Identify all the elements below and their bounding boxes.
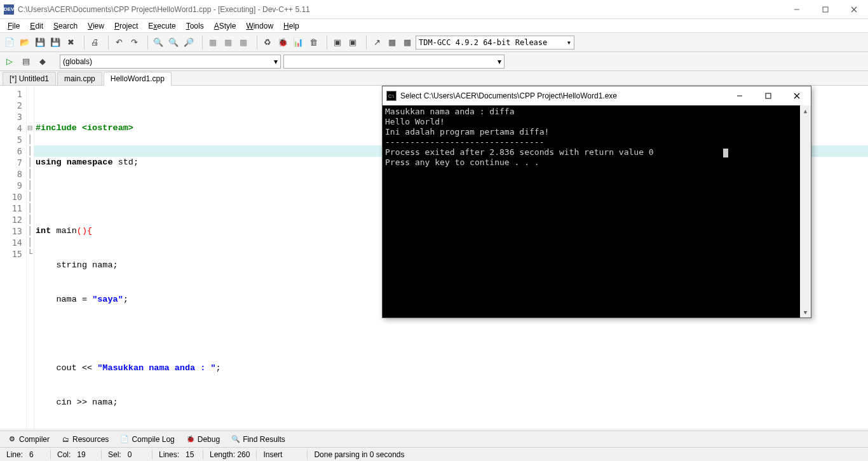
code-token: using — [36, 157, 62, 167]
status-length: Length: 260 — [203, 450, 257, 459]
open-icon[interactable]: 📂 — [18, 36, 32, 50]
menu-astyle[interactable]: AStyle — [209, 20, 241, 32]
status-bar: Line: 6 Col: 19 Sel: 0 Lines: 15 Length:… — [0, 447, 868, 461]
svg-rect-6 — [766, 93, 771, 98]
globals-select[interactable]: (globals) ▾ — [60, 55, 281, 69]
compile-icon[interactable]: ▦ — [206, 36, 220, 50]
tab-helloword1-cpp[interactable]: HelloWord1.cpp — [104, 72, 172, 86]
status-lines: Lines: 15 — [153, 450, 203, 459]
fold-toggle-icon[interactable]: ⊟ — [27, 123, 34, 134]
code-token: "Masukkan nama anda : " — [97, 363, 215, 373]
code-token: #include — [36, 123, 77, 133]
code-token: () — [77, 226, 87, 236]
chevron-down-icon: ▾ — [498, 57, 501, 66]
menu-view[interactable]: View — [83, 20, 109, 32]
window-title: C:\Users\ACER\Documents\CPP Project\Hell… — [18, 5, 782, 14]
save-all-icon[interactable]: 💾 — [48, 36, 62, 50]
separator — [144, 36, 148, 50]
minimize-button[interactable] — [782, 0, 811, 19]
find-icon[interactable]: 🔍 — [151, 36, 165, 50]
console-maximize-button[interactable] — [754, 86, 782, 105]
code-token: main — [56, 226, 76, 236]
console-titlebar[interactable]: C:\ Select C:\Users\ACER\Documents\CPP P… — [383, 86, 811, 105]
compiler-select[interactable]: TDM-GCC 4.9.2 64-bit Release ▾ — [416, 36, 574, 50]
menu-edit[interactable]: Edit — [25, 20, 48, 32]
clean-icon[interactable]: 🗑 — [306, 36, 320, 50]
tool-icon[interactable]: ▦ — [400, 36, 414, 50]
console-close-button[interactable] — [782, 86, 811, 105]
code-token: cout << — [56, 363, 97, 373]
menu-bar: File Edit Search View Project Execute To… — [0, 19, 868, 33]
code-token: { — [87, 226, 92, 236]
tool-icon[interactable]: ▣ — [330, 36, 344, 50]
console-line: Hello World! — [385, 117, 808, 127]
find-in-files-icon[interactable]: 🔎 — [182, 36, 196, 50]
tab-untitled1[interactable]: [*] Untitled1 — [3, 72, 56, 85]
cursor-icon — [723, 149, 728, 157]
separator — [199, 36, 203, 50]
menu-file[interactable]: File — [3, 20, 25, 32]
console-title: Select C:\Users\ACER\Documents\CPP Proje… — [400, 91, 725, 100]
editor-tabs: [*] Untitled1 main.cpp HelloWord1.cpp — [0, 71, 868, 86]
console-line: -------------------------------- — [385, 137, 808, 147]
menu-window[interactable]: Window — [241, 20, 278, 32]
code-token: ; — [123, 295, 128, 304]
menu-project[interactable]: Project — [109, 20, 143, 32]
chevron-down-icon: ▾ — [274, 57, 278, 66]
compiler-select-value: TDM-GCC 4.9.2 64-bit Release — [419, 38, 547, 47]
close-file-icon[interactable]: ✖ — [64, 36, 78, 50]
line-numbers: 1234 5678 9101112 131415 — [0, 86, 27, 429]
code-token: int — [36, 226, 51, 236]
code-token: std; — [118, 157, 139, 167]
tool-icon[interactable]: ▦ — [385, 36, 399, 50]
menu-execute[interactable]: Execute — [143, 20, 180, 32]
console-minimize-button[interactable] — [725, 86, 754, 105]
save-icon[interactable]: 💾 — [33, 36, 47, 50]
replace-icon[interactable]: 🔍 — [166, 36, 180, 50]
console-line: Ini adalah program pertama diffa! — [385, 127, 808, 137]
compile-run-icon[interactable]: ▦ — [236, 36, 250, 50]
code-token: <iostream> — [82, 123, 133, 133]
separator — [323, 36, 327, 50]
tool-icon[interactable]: ▣ — [346, 36, 360, 50]
tab-main-cpp[interactable]: main.cpp — [57, 72, 102, 85]
console-output[interactable]: Masukkan nama anda : diffa Hello World! … — [383, 105, 811, 317]
compiler-icon: ⚙ — [8, 435, 17, 444]
separator — [254, 36, 257, 50]
members-select[interactable]: ▾ — [283, 55, 505, 69]
separator — [81, 36, 85, 50]
redo-icon[interactable]: ↷ — [127, 36, 141, 50]
goto-icon[interactable]: ↗ — [370, 36, 384, 50]
new-class-icon[interactable]: ▤ — [19, 55, 33, 69]
console-line: Process exited after 2.836 seconds with … — [385, 147, 808, 157]
rebuild-icon[interactable]: ♻ — [261, 36, 275, 50]
console-line: Press any key to continue . . . — [385, 157, 808, 168]
goto-class-icon[interactable]: ◆ — [36, 55, 50, 69]
console-line: Masukkan nama anda : diffa — [385, 107, 808, 117]
run-button-icon[interactable]: ▷ — [3, 55, 17, 69]
title-bar: DEV C:\Users\ACER\Documents\CPP Project\… — [0, 0, 868, 19]
maximize-button[interactable] — [811, 0, 839, 19]
close-button[interactable] — [839, 0, 868, 19]
debug-icon[interactable]: 🐞 — [276, 36, 290, 50]
svg-rect-1 — [823, 7, 828, 12]
status-sel: Sel: 0 — [102, 450, 153, 459]
undo-icon[interactable]: ↶ — [112, 36, 126, 50]
code-token: ; — [216, 363, 221, 373]
code-token: cin >> nama; — [56, 398, 118, 407]
run-icon[interactable]: ▦ — [221, 36, 235, 50]
menu-help[interactable]: Help — [278, 20, 304, 32]
menu-tools[interactable]: Tools — [181, 20, 209, 32]
console-scrollbar[interactable]: ▲ ▼ — [800, 105, 811, 317]
menu-search[interactable]: Search — [48, 20, 83, 32]
toolbar-main: 📄 📂 💾 💾 ✖ 🖨 ↶ ↷ 🔍 🔍 🔎 ▦ ▦ ▦ ♻ 🐞 📊 🗑 ▣ ▣ … — [0, 33, 868, 52]
terminal-icon: C:\ — [386, 91, 397, 101]
new-file-icon[interactable]: 📄 — [3, 36, 17, 50]
toolbar-class: ▷ ▤ ◆ (globals) ▾ ▾ — [0, 52, 868, 71]
code-token: string nama; — [56, 260, 118, 270]
scroll-down-icon[interactable]: ▼ — [800, 307, 811, 317]
status-col: Col: 19 — [51, 450, 102, 459]
print-icon[interactable]: 🖨 — [88, 36, 102, 50]
profile-icon[interactable]: 📊 — [291, 36, 305, 50]
scroll-up-icon[interactable]: ▲ — [800, 105, 811, 116]
